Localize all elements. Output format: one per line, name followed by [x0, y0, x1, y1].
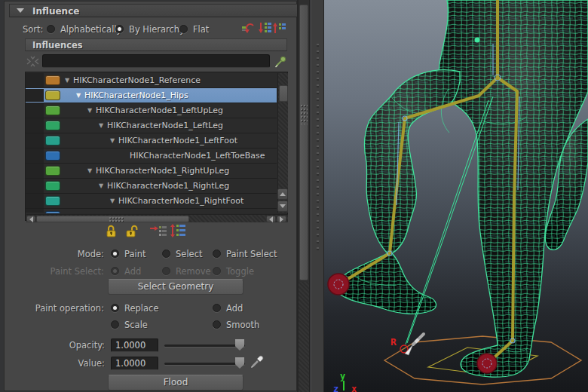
- radio-option-paint-select[interactable]: Paint Select: [213, 248, 277, 259]
- flood-button[interactable]: Flood: [108, 375, 243, 390]
- radio-icon[interactable]: [213, 320, 221, 329]
- pin-icon[interactable]: [274, 54, 287, 69]
- radio-option-toggle[interactable]: Toggle: [213, 265, 254, 277]
- row-content[interactable]: ▼HIKCharacterNode1_Reference: [44, 73, 277, 87]
- influence-color-swatch[interactable]: [45, 121, 60, 130]
- influence-color-swatch[interactable]: [45, 166, 60, 176]
- influence-color-swatch[interactable]: [45, 136, 60, 145]
- value-slider[interactable]: [164, 363, 245, 365]
- row-content[interactable]: ▼HIKCharacterNode1_Hips: [44, 88, 277, 103]
- refresh-influence-list-icon[interactable]: [242, 21, 256, 35]
- radio-option-select[interactable]: Select: [162, 248, 202, 259]
- influence-color-swatch[interactable]: [45, 181, 60, 191]
- radio-option-add[interactable]: Add: [111, 265, 141, 277]
- radio-option-smooth[interactable]: Smooth: [213, 319, 259, 330]
- influence-frame-header[interactable]: Influence: [9, 4, 301, 17]
- radio-icon[interactable]: [179, 25, 188, 33]
- list-scroll-down-button[interactable]: [277, 201, 288, 212]
- row-content[interactable]: [44, 209, 277, 213]
- radio-option-add[interactable]: Add: [213, 302, 243, 314]
- tree-expand-icon[interactable]: ▼: [65, 78, 69, 84]
- influence-row[interactable]: ▼HIKCharacterNode1_LeftUpLeg: [26, 103, 277, 118]
- tree-expand-icon[interactable]: ▼: [99, 123, 103, 129]
- copy-to-list-icon[interactable]: [150, 225, 167, 237]
- opacity-slider-handle[interactable]: [235, 339, 244, 351]
- list-scroll-right-button[interactable]: [277, 216, 286, 222]
- panel-viewport-divider[interactable]: [311, 0, 324, 392]
- radio-option-remove[interactable]: Remove: [162, 265, 211, 277]
- row-content[interactable]: ▼HIKCharacterNode1_RightUpLeg: [44, 164, 277, 178]
- tree-expand-icon[interactable]: ▼: [87, 168, 92, 174]
- panel-vertical-scrollbar[interactable]: [299, 0, 310, 392]
- select-geometry-button[interactable]: Select Geometry: [108, 279, 243, 295]
- radio-icon[interactable]: [111, 267, 119, 275]
- lock-closed-icon[interactable]: [106, 224, 117, 237]
- tree-expand-icon[interactable]: ▼: [110, 198, 115, 204]
- row-content[interactable]: ▼HIKCharacterNode1_LeftUpLeg: [44, 103, 277, 118]
- influence-row[interactable]: ▼HIKCharacterNode1_LeftFoot: [26, 133, 277, 149]
- tree-expand-icon[interactable]: ▼: [99, 183, 103, 189]
- list-vertical-scroll-thumb[interactable]: [279, 85, 288, 102]
- influence-row[interactable]: [26, 209, 277, 213]
- list-scroll-left-button[interactable]: [26, 216, 35, 222]
- radio-icon[interactable]: [162, 267, 170, 275]
- radio-option-paint[interactable]: Paint: [111, 248, 145, 259]
- eyedropper-icon[interactable]: [250, 354, 265, 369]
- radio-option-replace[interactable]: Replace: [111, 302, 159, 314]
- influence-row[interactable]: ▼HIKCharacterNode1_LeftLeg: [26, 118, 277, 133]
- move-influence-down-icon[interactable]: [259, 21, 271, 35]
- radio-icon[interactable]: [111, 320, 119, 329]
- filter-icon[interactable]: [26, 55, 39, 68]
- influence-row[interactable]: ▼HIKCharacterNode1_RightFoot: [26, 194, 277, 209]
- influence-color-swatch[interactable]: [45, 90, 60, 100]
- tree-expand-icon[interactable]: ▼: [110, 138, 115, 144]
- radio-option-by-hierarchy[interactable]: By Hierarchy: [115, 23, 185, 35]
- row-content[interactable]: HIKCharacterNode1_LeftToeBase: [44, 149, 277, 163]
- influences-subheader[interactable]: Influences: [25, 38, 287, 51]
- opacity-field[interactable]: [111, 338, 158, 352]
- radio-icon[interactable]: [115, 25, 124, 33]
- reorder-list-icon[interactable]: [170, 224, 187, 237]
- radio-icon[interactable]: [111, 304, 119, 312]
- list-horizontal-scrollbar[interactable]: [26, 214, 288, 222]
- tree-expand-icon[interactable]: ▼: [76, 93, 81, 99]
- value-slider-handle[interactable]: [235, 357, 244, 369]
- ik-handle-right-foot[interactable]: [477, 354, 497, 373]
- ik-handle-left-foot[interactable]: [328, 274, 349, 295]
- influence-row[interactable]: ▼HIKCharacterNode1_RightLeg: [26, 179, 277, 194]
- radio-icon[interactable]: [162, 250, 170, 258]
- collapse-triangle-icon[interactable]: [17, 8, 24, 13]
- influence-row[interactable]: HIKCharacterNode1_LeftToeBase: [26, 149, 277, 164]
- radio-option-flat[interactable]: Flat: [179, 23, 209, 35]
- opacity-slider[interactable]: [164, 345, 245, 347]
- influence-row[interactable]: ▼HIKCharacterNode1_RightUpLeg: [26, 164, 277, 179]
- lock-open-icon[interactable]: [125, 224, 140, 237]
- influence-color-swatch[interactable]: [45, 106, 60, 115]
- radio-icon[interactable]: [213, 267, 221, 275]
- radio-icon[interactable]: [47, 25, 55, 33]
- panel-scroll-thumb[interactable]: [299, 5, 308, 280]
- row-content[interactable]: ▼HIKCharacterNode1_LeftFoot: [44, 133, 277, 148]
- influence-color-swatch[interactable]: [45, 75, 60, 85]
- row-content[interactable]: ▼HIKCharacterNode1_LeftLeg: [44, 118, 277, 133]
- list-scroll-up-button-2[interactable]: [277, 188, 288, 200]
- radio-icon[interactable]: [213, 250, 221, 258]
- radio-icon[interactable]: [213, 304, 221, 312]
- influence-color-swatch[interactable]: [45, 151, 60, 161]
- radio-option-alphabetically[interactable]: Alphabetically: [47, 23, 121, 35]
- influence-color-swatch[interactable]: [45, 196, 60, 206]
- move-influence-up-icon[interactable]: [273, 21, 286, 35]
- value-field[interactable]: [111, 357, 158, 370]
- influence-row[interactable]: ▼HIKCharacterNode1_Reference: [26, 73, 277, 88]
- influence-search-input[interactable]: [42, 54, 270, 68]
- row-content[interactable]: ▼HIKCharacterNode1_RightLeg: [44, 179, 277, 193]
- radio-icon[interactable]: [111, 250, 119, 258]
- list-horizontal-scroll-thumb[interactable]: [36, 216, 189, 222]
- influence-row[interactable]: ▼HIKCharacterNode1_Hips: [26, 88, 277, 103]
- radio-option-scale[interactable]: Scale: [111, 319, 148, 330]
- list-scroll-left-button-2[interactable]: [266, 216, 276, 222]
- row-content[interactable]: ▼HIKCharacterNode1_RightFoot: [44, 194, 277, 208]
- viewport-3d[interactable]: R y z x: [324, 0, 588, 392]
- influence-color-swatch[interactable]: [45, 211, 60, 213]
- tree-expand-icon[interactable]: ▼: [87, 108, 92, 114]
